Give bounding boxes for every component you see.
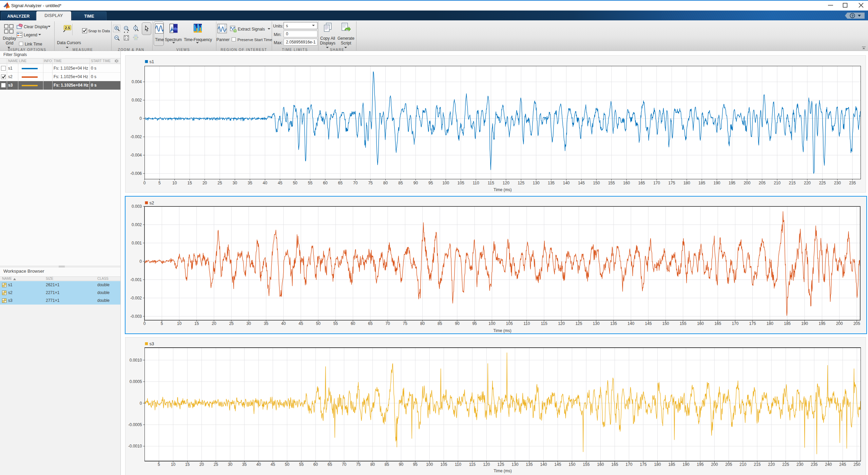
svg-text:90: 90 <box>413 181 418 185</box>
svg-text:125: 125 <box>518 181 524 185</box>
svg-text:100: 100 <box>426 462 433 467</box>
svg-text:165: 165 <box>638 181 645 185</box>
svg-text:0: 0 <box>139 259 142 264</box>
svg-text:40: 40 <box>263 181 268 185</box>
svg-text:35: 35 <box>264 321 269 326</box>
svg-text:70: 70 <box>385 321 390 326</box>
svg-text:180: 180 <box>654 462 661 467</box>
svg-text:170: 170 <box>732 321 738 326</box>
svg-text:195: 195 <box>729 181 735 185</box>
svg-text:5: 5 <box>158 462 160 467</box>
svg-text:140: 140 <box>628 321 634 326</box>
svg-text:5: 5 <box>161 321 163 326</box>
svg-text:10: 10 <box>177 321 182 326</box>
svg-text:210: 210 <box>774 181 780 185</box>
svg-text:120: 120 <box>483 462 490 467</box>
svg-text:125: 125 <box>575 321 582 326</box>
svg-text:20: 20 <box>202 181 207 185</box>
svg-text:210: 210 <box>739 462 746 467</box>
svg-text:s3: s3 <box>150 341 154 346</box>
svg-text:45: 45 <box>271 462 275 467</box>
svg-text:170: 170 <box>625 462 632 467</box>
svg-text:145: 145 <box>645 321 652 326</box>
svg-text:s2: s2 <box>150 200 154 205</box>
svg-text:-0.006: -0.006 <box>130 171 142 176</box>
svg-text:185: 185 <box>698 181 705 185</box>
svg-text:55: 55 <box>299 462 304 467</box>
svg-text:200: 200 <box>711 462 718 467</box>
svg-text:s1: s1 <box>150 59 154 64</box>
svg-text:145: 145 <box>554 462 561 467</box>
svg-text:5: 5 <box>158 181 161 185</box>
svg-text:130: 130 <box>512 462 518 467</box>
svg-text:115: 115 <box>541 321 547 326</box>
svg-text:0.002: 0.002 <box>132 222 142 227</box>
svg-text:160: 160 <box>623 181 630 185</box>
svg-text:-0.002: -0.002 <box>130 134 142 139</box>
svg-text:205: 205 <box>853 321 860 326</box>
svg-text:0.004: 0.004 <box>132 79 142 84</box>
svg-text:55: 55 <box>333 321 338 326</box>
svg-text:25: 25 <box>229 321 234 326</box>
svg-text:50: 50 <box>285 462 290 467</box>
svg-text:155: 155 <box>583 462 590 467</box>
svg-text:15: 15 <box>188 181 192 185</box>
svg-text:245: 245 <box>839 462 846 467</box>
svg-text:105: 105 <box>440 462 447 467</box>
svg-text:80: 80 <box>383 181 388 185</box>
svg-text:45: 45 <box>278 181 283 185</box>
svg-text:185: 185 <box>668 462 675 467</box>
svg-text:205: 205 <box>725 462 732 467</box>
svg-text:115: 115 <box>488 181 494 185</box>
svg-text:0.002: 0.002 <box>132 98 142 103</box>
svg-text:90: 90 <box>455 321 460 326</box>
svg-text:25: 25 <box>214 462 218 467</box>
svg-text:30: 30 <box>228 462 233 467</box>
svg-text:20: 20 <box>199 462 204 467</box>
svg-text:120: 120 <box>558 321 565 326</box>
svg-text:95: 95 <box>428 181 433 185</box>
svg-text:165: 165 <box>611 462 618 467</box>
svg-text:-0.003: -0.003 <box>130 314 142 319</box>
svg-text:-0.0010: -0.0010 <box>128 444 142 449</box>
svg-text:120: 120 <box>503 181 509 185</box>
svg-text:220: 220 <box>804 181 811 185</box>
svg-text:90: 90 <box>399 462 404 467</box>
svg-text:50: 50 <box>316 321 321 326</box>
svg-text:105: 105 <box>458 181 464 185</box>
svg-text:205: 205 <box>759 181 766 185</box>
svg-text:65: 65 <box>328 462 332 467</box>
svg-text:100: 100 <box>488 321 495 326</box>
svg-text:175: 175 <box>749 321 756 326</box>
svg-text:70: 70 <box>342 462 347 467</box>
svg-text:45: 45 <box>298 321 303 326</box>
svg-text:20: 20 <box>212 321 216 326</box>
svg-text:85: 85 <box>398 181 403 185</box>
svg-text:250: 250 <box>853 462 860 467</box>
svg-text:75: 75 <box>356 462 361 467</box>
svg-text:145: 145 <box>578 181 585 185</box>
svg-text:155: 155 <box>680 321 687 326</box>
svg-text:-0.001: -0.001 <box>130 277 142 282</box>
svg-text:65: 65 <box>338 181 343 185</box>
svg-text:135: 135 <box>610 321 617 326</box>
svg-text:35: 35 <box>242 462 247 467</box>
svg-text:160: 160 <box>697 321 704 326</box>
svg-text:195: 195 <box>818 321 825 326</box>
svg-text:0.003: 0.003 <box>132 204 142 209</box>
svg-text:30: 30 <box>247 321 251 326</box>
svg-text:0.0005: 0.0005 <box>130 379 142 384</box>
svg-text:15: 15 <box>185 462 190 467</box>
svg-text:0: 0 <box>143 181 146 185</box>
svg-text:95: 95 <box>472 321 477 326</box>
svg-text:225: 225 <box>819 181 826 185</box>
svg-text:140: 140 <box>563 181 570 185</box>
svg-text:230: 230 <box>834 181 841 185</box>
svg-text:55: 55 <box>308 181 313 185</box>
svg-text:190: 190 <box>801 321 808 326</box>
svg-text:65: 65 <box>368 321 373 326</box>
svg-text:-0.004: -0.004 <box>130 153 142 158</box>
svg-text:135: 135 <box>526 462 533 467</box>
svg-text:220: 220 <box>768 462 775 467</box>
svg-text:Time (ms): Time (ms) <box>494 187 512 192</box>
